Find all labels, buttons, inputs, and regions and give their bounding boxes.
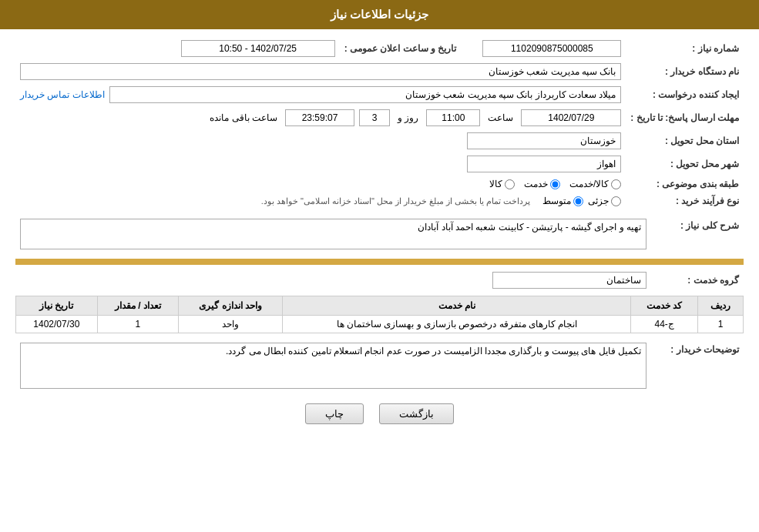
city-label: شهر محل تحویل : xyxy=(626,152,744,176)
main-info-table: شماره نیاز : 1102090875000085 تاریخ و سا… xyxy=(15,37,744,209)
buyer-org-value: بانک سپه مدیریت شعب خوزستان xyxy=(20,63,621,80)
radio-goods-input[interactable] xyxy=(505,179,515,189)
header-title: جزئیات اطلاعات نیاز xyxy=(331,8,428,21)
order-number-label: شماره نیاز : xyxy=(626,37,744,60)
city-row: شهر محل تحویل : اهواز xyxy=(15,152,744,176)
cell-unit: واحد xyxy=(179,316,283,333)
content-area: شماره نیاز : 1102090875000085 تاریخ و سا… xyxy=(0,29,759,440)
service-group-label: گروه خدمت : xyxy=(651,269,744,292)
buyer-desc-row: توضیحات خریدار : تکمیل فایل های پیوست و … xyxy=(15,340,744,392)
description-table: شرح کلی نیاز : تهیه و اجرای گیشه - پارتی… xyxy=(15,216,744,253)
description-label: شرح کلی نیاز : xyxy=(651,216,744,253)
back-button[interactable]: بازگشت xyxy=(379,403,454,424)
cell-row: 1 xyxy=(698,316,744,333)
col-service-code: کد خدمت xyxy=(631,296,698,316)
service-group-value: ساختمان xyxy=(492,272,646,289)
table-header-row: ردیف کد خدمت نام خدمت واحد اندازه گیری ت… xyxy=(16,296,744,316)
cell-name: انجام کارهای متفرقه درخصوص بازسازی و بهس… xyxy=(283,316,631,333)
city-cell: اهواز xyxy=(15,152,626,176)
description-text-value: تهیه و اجرای گیشه - پارتیشن - کابینت شعب… xyxy=(20,219,646,249)
cell-quantity: 1 xyxy=(97,316,179,333)
buyer-description-label: توضیحات خریدار : xyxy=(651,340,744,392)
subject-cell: کالا/خدمت خدمت کالا xyxy=(15,176,626,192)
radio-medium-input[interactable] xyxy=(573,196,583,206)
remaining-time-value: 23:59:07 xyxy=(285,109,354,126)
day-count-value: 3 xyxy=(359,109,390,126)
province-label: استان محل تحویل : xyxy=(626,129,744,152)
time-label: ساعت xyxy=(488,112,513,123)
process-label: نوع فرآیند خرید : xyxy=(626,192,744,209)
description-row: شرح کلی نیاز : تهیه و اجرای گیشه - پارتی… xyxy=(15,216,744,253)
radio-goods-services-input[interactable] xyxy=(611,179,621,189)
subject-row: طبقه بندی موضوعی : کالا/خدمت خدمت xyxy=(15,176,744,192)
province-cell: خوزستان xyxy=(15,129,626,152)
announce-datetime-cell: 1402/07/25 - 10:50 xyxy=(15,37,340,60)
page-wrapper: جزئیات اطلاعات نیاز شماره نیاز : 1102090… xyxy=(0,0,759,532)
page-header: جزئیات اطلاعات نیاز xyxy=(0,0,759,29)
services-section-header xyxy=(15,259,744,265)
service-group-row: گروه خدمت : ساختمان xyxy=(15,269,744,292)
radio-detailed-label: جزئی xyxy=(588,196,609,206)
radio-service-label: خدمت xyxy=(524,179,548,189)
order-number-display: 1102090875000085 xyxy=(482,40,621,57)
day-label: روز و xyxy=(398,112,418,123)
cell-date: 1402/07/30 xyxy=(16,316,98,333)
services-table-header: ردیف کد خدمت نام خدمت واحد اندازه گیری ت… xyxy=(16,296,744,316)
buyer-org-row: نام دستگاه خریدار : بانک سپه مدیریت شعب … xyxy=(15,60,744,83)
radio-goods[interactable]: کالا xyxy=(489,179,515,189)
radio-goods-services[interactable]: کالا/خدمت xyxy=(569,179,621,189)
radio-detailed[interactable]: جزئی xyxy=(588,196,621,206)
action-buttons-row: بازگشت چاپ xyxy=(15,403,744,424)
print-button[interactable]: چاپ xyxy=(305,403,364,424)
description-cell: تهیه و اجرای گیشه - پارتیشن - کابینت شعب… xyxy=(15,216,651,253)
order-number-value: 1102090875000085 xyxy=(472,37,626,60)
province-row: استان محل تحویل : خوزستان xyxy=(15,129,744,152)
table-row: 1ج-44انجام کارهای متفرقه درخصوص بازسازی … xyxy=(16,316,744,333)
buyer-org-label: نام دستگاه خریدار : xyxy=(626,60,744,83)
col-date: تاریخ نیاز xyxy=(16,296,98,316)
radio-service[interactable]: خدمت xyxy=(524,179,560,189)
buyer-description-cell: تکمیل فایل های پیوست و بارگذاری مجددا ال… xyxy=(15,340,651,392)
order-row: شماره نیاز : 1102090875000085 تاریخ و سا… xyxy=(15,37,744,60)
buyer-notes-value: تکمیل فایل های پیوست و بارگذاری مجددا ال… xyxy=(20,343,646,389)
cell-code: ج-44 xyxy=(631,316,698,333)
announce-datetime-display: 1402/07/25 - 10:50 xyxy=(181,40,335,57)
deadline-time-value: 11:00 xyxy=(426,109,480,126)
process-cell: جزئی متوسط پرداخت تمام یا بخشی از مبلغ خ… xyxy=(15,192,626,209)
city-value: اهواز xyxy=(467,156,621,172)
deadline-label: مهلت ارسال پاسخ: تا تاریخ : xyxy=(626,106,744,129)
col-row-number: ردیف xyxy=(698,296,744,316)
deadline-row: مهلت ارسال پاسخ: تا تاریخ : 1402/07/29 س… xyxy=(15,106,744,129)
deadline-date-value: 1402/07/29 xyxy=(521,109,621,126)
radio-service-input[interactable] xyxy=(550,179,560,189)
province-value: خوزستان xyxy=(467,132,621,149)
col-service-name: نام خدمت xyxy=(283,296,631,316)
col-quantity: تعداد / مقدار xyxy=(97,296,179,316)
subject-label: طبقه بندی موضوعی : xyxy=(626,176,744,192)
service-group-cell: ساختمان xyxy=(15,269,651,292)
deadline-cell: 1402/07/29 ساعت 11:00 روز و 3 23:59:07 س… xyxy=(15,106,626,129)
radio-detailed-input[interactable] xyxy=(611,196,621,206)
radio-medium-label: متوسط xyxy=(542,196,571,206)
contact-info-link[interactable]: اطلاعات تماس خریدار xyxy=(20,89,105,100)
remaining-label: ساعت باقی مانده xyxy=(210,112,277,123)
buyer-desc-table: توضیحات خریدار : تکمیل فایل های پیوست و … xyxy=(15,340,744,392)
creator-row: ایجاد کننده درخواست : میلاد سعادت کاربرد… xyxy=(15,83,744,106)
buyer-org-cell: بانک سپه مدیریت شعب خوزستان xyxy=(15,60,626,83)
services-table-body: 1ج-44انجام کارهای متفرقه درخصوص بازسازی … xyxy=(16,316,744,333)
service-group-table: گروه خدمت : ساختمان xyxy=(15,269,744,292)
radio-goods-services-label: کالا/خدمت xyxy=(569,179,609,189)
services-data-table: ردیف کد خدمت نام خدمت واحد اندازه گیری ت… xyxy=(15,296,744,333)
creator-cell: میلاد سعادت کاربرداز بانک سپه مدیریت شعب… xyxy=(15,83,626,106)
process-row: نوع فرآیند خرید : جزئی متوسط پرداخت xyxy=(15,192,744,209)
col-unit: واحد اندازه گیری xyxy=(179,296,283,316)
radio-goods-label: کالا xyxy=(489,179,502,189)
process-note: پرداخت تمام یا بخشی از مبلغ خریدار از مح… xyxy=(261,196,531,206)
creator-label: ایجاد کننده درخواست : xyxy=(626,83,744,106)
creator-name-value: میلاد سعادت کاربرداز بانک سپه مدیریت شعب… xyxy=(109,86,622,103)
radio-medium[interactable]: متوسط xyxy=(542,196,583,206)
announce-label: تاریخ و ساعت اعلان عمومی : xyxy=(340,37,472,60)
